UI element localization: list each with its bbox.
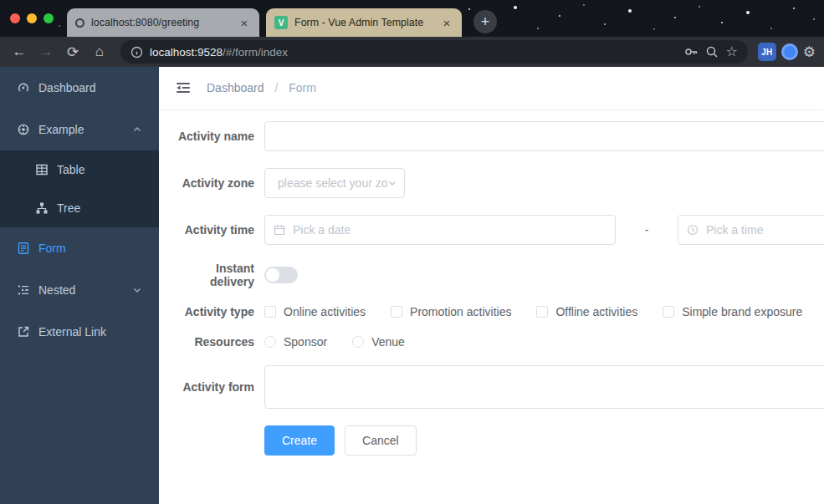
home-icon[interactable]: ⌂: [89, 41, 110, 63]
activity-type-label: Activity type: [169, 305, 254, 318]
zoom-window-button[interactable]: [44, 13, 54, 23]
url-host: localhost:9528: [150, 46, 223, 59]
sidebar-item-label: Tree: [57, 201, 80, 215]
checkbox-label: Offline activities: [555, 305, 637, 318]
radio-icon[interactable]: [352, 336, 364, 348]
close-tab-icon[interactable]: ×: [238, 16, 251, 30]
checkbox-offline-activities[interactable]: Offline activities: [536, 305, 637, 318]
activity-time-label: Activity time: [169, 223, 254, 237]
form-row-activity-name: Activity name: [169, 121, 824, 151]
tab-greeting[interactable]: localhost:8080/greeting ×: [67, 8, 259, 37]
settings-gear-icon[interactable]: ⚙: [803, 45, 816, 59]
form-row-buttons: Create Cancel: [169, 425, 824, 456]
chevron-up-icon: [132, 125, 142, 135]
nested-icon: [17, 283, 30, 297]
new-tab-button[interactable]: +: [473, 10, 497, 33]
form-icon: [17, 242, 30, 255]
sidebar-item-label: Dashboard: [38, 81, 96, 94]
extension-badge-icon[interactable]: [781, 43, 798, 60]
activity-zone-select[interactable]: please select your zone: [264, 168, 405, 198]
activity-name-input[interactable]: [264, 121, 824, 151]
close-tab-icon[interactable]: ×: [440, 16, 453, 30]
sidebar-item-external-link[interactable]: External Link: [0, 311, 159, 353]
breadcrumb-form: Form: [289, 81, 316, 94]
checkbox-icon[interactable]: [663, 306, 674, 318]
tab-title: Form - Vue Admin Template: [294, 17, 433, 28]
radio-sponsor[interactable]: Sponsor: [264, 335, 327, 349]
checkbox-icon[interactable]: [264, 306, 276, 318]
cancel-button[interactable]: Cancel: [345, 425, 417, 456]
radio-icon[interactable]: [264, 336, 276, 348]
date-picker[interactable]: [264, 215, 616, 245]
browser-window: localhost:8080/greeting × V Form - Vue A…: [0, 0, 824, 504]
sidebar-item-example[interactable]: Example: [0, 109, 159, 150]
sidebar-item-label: Table: [57, 163, 84, 176]
reload-icon[interactable]: ⟳: [62, 41, 84, 63]
tab-form-vue-admin[interactable]: V Form - Vue Admin Template ×: [266, 8, 462, 37]
breadcrumb-separator: /: [274, 81, 278, 94]
chevron-down-icon: [132, 285, 142, 295]
example-icon: [17, 123, 30, 136]
breadcrumb-dashboard[interactable]: Dashboard: [207, 81, 264, 94]
site-info-icon[interactable]: [131, 46, 143, 59]
resources-radio-group: Sponsor Venue: [264, 335, 405, 349]
form-row-resources: Resources Sponsor Venue: [169, 335, 824, 349]
vue-favicon-icon: V: [274, 16, 288, 29]
breadcrumb: Dashboard / Form: [207, 81, 316, 94]
close-window-button[interactable]: [10, 13, 20, 23]
address-bar[interactable]: localhost:9528/#/form/index ☆: [120, 40, 748, 64]
activity-type-checkbox-group: Online activities Promotion activities O…: [264, 305, 802, 318]
dashboard-icon: [17, 81, 30, 94]
activity-form: Activity name Activity zone please selec…: [159, 109, 824, 504]
date-input[interactable]: [264, 215, 616, 245]
sidebar-item-form[interactable]: Form: [0, 227, 159, 269]
radio-label: Venue: [371, 335, 405, 349]
checkbox-icon[interactable]: [536, 306, 548, 318]
external-link-icon: [17, 325, 30, 339]
radio-label: Sponsor: [284, 335, 327, 349]
url-text[interactable]: localhost:9528/#/form/index: [150, 46, 677, 59]
back-icon[interactable]: ←: [8, 41, 30, 63]
table-icon: [35, 163, 49, 176]
forward-icon[interactable]: →: [35, 41, 57, 63]
url-path: /#/form/index: [223, 46, 288, 59]
create-button[interactable]: Create: [264, 425, 335, 456]
tree-icon: [35, 201, 49, 215]
sidebar-item-label: Nested: [38, 283, 75, 297]
sidebar-item-nested[interactable]: Nested: [0, 269, 159, 311]
time-input[interactable]: [678, 215, 824, 245]
app-body: Dashboard Example Table Tree Form: [0, 67, 824, 504]
select-placeholder: please select your zone: [278, 176, 387, 190]
main-content: Dashboard / Form Activity name Activity …: [159, 67, 824, 504]
sidebar-toggle-icon[interactable]: [171, 76, 195, 99]
checkbox-promotion-activities[interactable]: Promotion activities: [391, 305, 511, 318]
tab-title: localhost:8080/greeting: [91, 17, 231, 28]
chevron-down-icon: [387, 178, 397, 188]
time-picker[interactable]: [678, 215, 824, 245]
activity-zone-label: Activity zone: [169, 176, 254, 190]
checkbox-online-activities[interactable]: Online activities: [264, 305, 366, 318]
search-icon[interactable]: [705, 45, 719, 59]
globe-favicon-icon: [75, 18, 84, 28]
minimize-window-button[interactable]: [27, 13, 37, 23]
checkbox-label: Online activities: [284, 305, 366, 318]
radio-venue[interactable]: Venue: [352, 335, 405, 349]
form-row-activity-type: Activity type Online activities Promotio…: [169, 305, 824, 318]
instant-delivery-toggle[interactable]: [264, 267, 298, 283]
activity-form-textarea[interactable]: [264, 365, 824, 409]
sidebar-item-table[interactable]: Table: [0, 150, 159, 189]
form-row-instant-delivery: Instant delivery: [169, 262, 824, 288]
checkbox-simple-brand-exposure[interactable]: Simple brand exposure: [663, 305, 802, 318]
sidebar-item-dashboard[interactable]: Dashboard: [0, 67, 159, 109]
sidebar-item-label: Form: [38, 242, 66, 255]
resources-label: Resources: [169, 335, 254, 349]
bookmark-star-icon[interactable]: ☆: [725, 45, 737, 59]
form-row-activity-zone: Activity zone please select your zone: [169, 168, 824, 198]
checkbox-icon[interactable]: [391, 306, 402, 318]
profile-avatar[interactable]: JH: [758, 43, 776, 61]
activity-form-label: Activity form: [169, 380, 254, 394]
sidebar-item-label: Example: [38, 123, 84, 136]
form-row-activity-form: Activity form: [169, 365, 824, 409]
sidebar-item-tree[interactable]: Tree: [0, 189, 159, 227]
password-key-icon[interactable]: [683, 44, 699, 59]
